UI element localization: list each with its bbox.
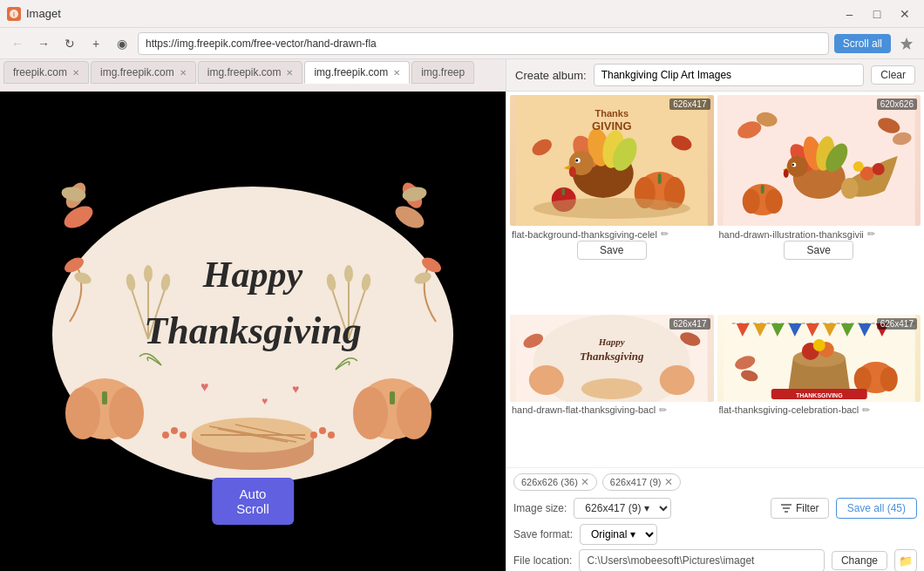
svg-point-99 [660,365,695,395]
image-thumbnail-1[interactable]: Thanks GIVING [510,95,714,226]
svg-point-11 [109,387,144,439]
svg-rect-64 [658,173,662,184]
svg-point-50 [328,432,335,438]
tab-close-icon[interactable]: ✕ [286,68,293,78]
right-panel: Thanks GIVING 626x417 flat-background-th… [506,92,924,571]
address-bar[interactable] [138,32,829,55]
svg-point-45 [162,432,169,438]
svg-point-60 [575,160,578,162]
svg-point-119 [880,367,897,391]
svg-point-15 [397,387,431,439]
svg-point-58 [569,167,576,177]
svg-rect-12 [102,391,107,404]
save-format-row: Save format: Original ▾ [513,524,917,545]
main-image-panel: ♥ ♥ ♥ [0,92,506,571]
filter-icon [780,502,792,514]
edit-icon-4[interactable]: ✏ [862,404,870,416]
tab-img4[interactable]: img.freep [411,61,474,84]
edit-icon-1[interactable]: ✏ [661,228,669,240]
svg-point-80 [792,164,793,166]
svg-point-31 [144,265,153,282]
image-card-3: Happy Thanksgiving 626x417 hand-drawn [510,315,714,465]
file-location-label: File location: [513,554,572,567]
image-name-2: hand-drawn-illustration-thanksgivii [719,229,864,240]
tab-label: img.freep [421,66,465,78]
svg-point-91 [742,189,759,214]
minimize-button[interactable]: ‒ [837,2,861,26]
image-dimensions-3: 626x417 [669,318,710,330]
tab-img3[interactable]: img.freepik.com ✕ [304,61,410,84]
tab-freepik[interactable]: freepik.com ✕ [3,61,89,84]
svg-text:♥: ♥ [292,382,299,396]
album-name-input[interactable] [594,64,865,86]
auto-scroll-button[interactable]: Auto Scroll [212,478,294,525]
svg-point-3 [60,201,96,232]
image-name-1: flat-background-thanksgiving-celel [512,229,657,240]
svg-text:GIVING: GIVING [592,119,632,133]
tab-close-icon[interactable]: ✕ [180,68,187,78]
save-format-label: Save format: [513,528,573,540]
edit-icon-3[interactable]: ✏ [659,404,667,416]
bookmark-button[interactable]: ◉ [112,33,132,54]
svg-point-6 [391,201,427,232]
tab-img1[interactable]: img.freepik.com ✕ [91,61,196,84]
svg-point-85 [853,161,863,172]
image-dimensions-1: 626x417 [669,99,710,110]
create-album-label: Create album: [515,69,587,82]
tab-img2[interactable]: img.freepik.com ✕ [198,61,303,84]
remove-tag-2-icon[interactable]: ✕ [664,476,673,488]
folder-browse-button[interactable]: 📁 [894,549,917,571]
svg-point-92 [764,189,782,214]
image-size-row: Image size: 626x417 (9) ▾ Filter Save al… [513,498,917,519]
folder-icon: 📁 [899,554,913,568]
svg-point-49 [319,427,326,434]
image-name-3: hand-drawn-flat-thanksgiving-bacl [512,404,656,415]
main-thanksgiving-image: ♥ ♥ ♥ [26,165,479,505]
save-button-2[interactable]: Save [784,241,853,260]
svg-rect-66 [562,188,565,195]
remove-tag-1-icon[interactable]: ✕ [581,476,589,488]
tab-close-icon[interactable]: ✕ [393,68,400,78]
svg-text:♥: ♥ [200,379,209,394]
tab-label: img.freepik.com [100,66,174,78]
image-thumbnail-2[interactable] [717,95,921,226]
edit-icon-2[interactable]: ✏ [867,228,875,240]
svg-text:Happy: Happy [598,336,625,347]
refresh-button[interactable]: ↻ [59,33,80,54]
forward-button[interactable]: → [33,33,54,54]
file-location-input[interactable] [579,549,825,571]
svg-point-116 [812,339,825,351]
close-button[interactable]: ✕ [893,2,917,26]
image-size-label: Image size: [513,502,567,514]
extension-icon[interactable] [896,33,917,54]
filter-tags: 626x626 (36) ✕ 626x417 (9) ✕ [513,473,917,491]
svg-point-14 [353,387,388,439]
clear-button[interactable]: Clear [871,65,915,85]
filter-tag-2[interactable]: 626x417 (9) ✕ [602,473,681,491]
save-all-button[interactable]: Save all (45) [836,498,917,519]
svg-point-82 [840,178,858,199]
titlebar: I Imaget ‒ □ ✕ [0,0,924,28]
back-button[interactable]: ← [7,33,28,54]
app-title: Imaget [26,7,61,20]
image-dimensions-4: 626x417 [877,318,917,330]
svg-point-47 [180,432,187,438]
svg-point-78 [786,156,807,177]
save-format-select[interactable]: Original ▾ [580,524,657,545]
new-tab-button[interactable]: + [85,33,106,54]
scroll-all-button[interactable]: Scroll all [834,34,891,53]
filter-tag-1[interactable]: 626x626 (36) ✕ [513,473,597,491]
filter-tag-label-1: 626x626 (36) [521,477,578,487]
svg-point-69 [533,198,690,219]
image-card-1: Thanks GIVING 626x417 flat-background-th… [510,95,714,311]
save-button-1[interactable]: Save [577,241,647,260]
svg-text:♥: ♥ [262,395,268,407]
svg-text:I: I [13,11,15,17]
maximize-button[interactable]: □ [865,2,889,26]
tab-close-icon[interactable]: ✕ [72,68,79,78]
app-icon: I [7,7,21,21]
filter-button[interactable]: Filter [771,498,829,519]
image-size-select[interactable]: 626x417 (9) ▾ [574,498,671,519]
change-location-button[interactable]: Change [832,551,887,570]
svg-text:Thanksgiving: Thanksgiving [580,350,644,363]
